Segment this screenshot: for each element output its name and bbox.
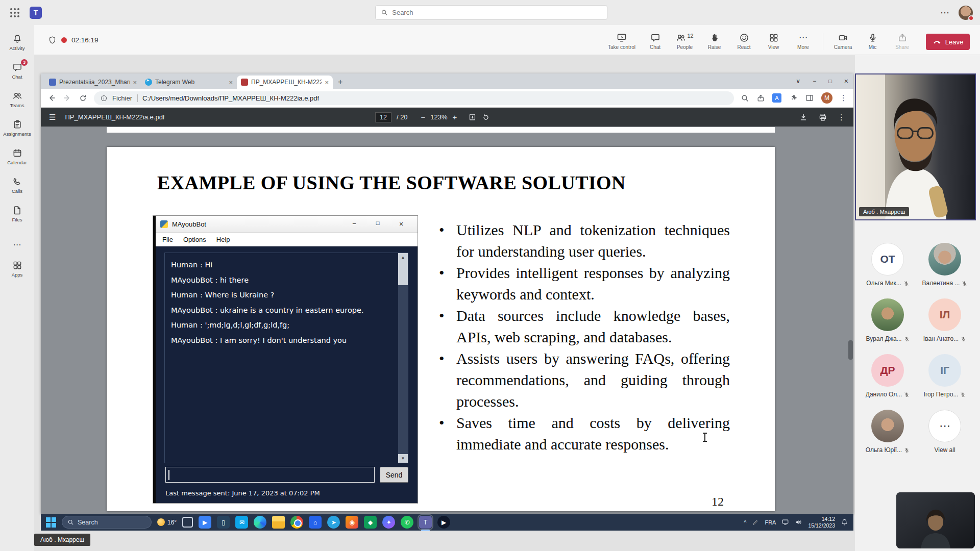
take-control-button[interactable]: Take control bbox=[604, 30, 640, 50]
movies-tv-icon[interactable]: ▶ bbox=[199, 516, 211, 529]
react-button[interactable]: React bbox=[730, 30, 758, 50]
sidebar-item-files[interactable]: Files bbox=[0, 199, 34, 228]
taskbar-search-input[interactable]: Search bbox=[62, 516, 152, 529]
sidebar-item-activity[interactable]: Activity bbox=[0, 28, 34, 57]
tray-chevron-icon[interactable]: ^ bbox=[744, 519, 746, 525]
maximize-icon[interactable]: □ bbox=[828, 78, 832, 84]
photos-icon[interactable]: ◉ bbox=[346, 516, 358, 529]
chat-message: Human : Where is Ukraine ? bbox=[171, 288, 392, 303]
participant-tile[interactable]: Валентина ... bbox=[922, 243, 968, 287]
language-indicator[interactable]: FRA bbox=[765, 519, 776, 525]
address-input[interactable]: Fichier C:/Users/med/Downloads/ПР_МХАРРЕ… bbox=[94, 91, 734, 105]
browser-menu-icon[interactable]: ⋮ bbox=[840, 93, 847, 103]
zoom-in-icon[interactable]: + bbox=[453, 113, 457, 121]
participant-tile[interactable]: ОТ Ольга Мик... bbox=[866, 243, 909, 287]
sidebar-item-calls[interactable]: Calls bbox=[0, 171, 34, 199]
more-button[interactable]: ⋯ More bbox=[789, 30, 817, 50]
zoom-search-icon[interactable] bbox=[741, 94, 749, 103]
print-icon[interactable] bbox=[818, 113, 827, 122]
sidebar-item-teams[interactable]: Teams bbox=[0, 85, 34, 114]
page-number-input[interactable]: 12 bbox=[375, 112, 391, 122]
translate-extension-icon[interactable]: A bbox=[772, 93, 781, 103]
microsoft-store-icon[interactable]: ⌂ bbox=[309, 516, 322, 529]
whatsapp-icon[interactable]: ✆ bbox=[401, 516, 413, 529]
participant-tile[interactable]: Ольга Юрії... bbox=[866, 410, 910, 454]
camera-button[interactable]: Camera bbox=[829, 30, 857, 50]
close-tab-icon[interactable]: × bbox=[133, 79, 137, 86]
edge-icon[interactable] bbox=[254, 516, 266, 529]
scroll-down-icon: ▼ bbox=[398, 454, 408, 463]
zoom-out-icon[interactable]: − bbox=[421, 113, 426, 121]
browser-tab-pdf[interactable]: ПР_МХАРРЕШ_КН-М222ia.e.pdf × bbox=[237, 76, 333, 89]
weather-widget[interactable]: 16° bbox=[157, 518, 177, 526]
camera-icon bbox=[838, 33, 848, 43]
messenger-icon[interactable]: ✦ bbox=[382, 516, 395, 529]
browser-tab-presentation[interactable]: Prezentatsiia_2023_Mharrech_A... × bbox=[45, 76, 141, 89]
close-window-icon[interactable]: × bbox=[844, 77, 848, 85]
minimize-icon[interactable]: − bbox=[813, 78, 816, 85]
browser-tab-telegram[interactable]: Telegram Web × bbox=[141, 76, 237, 89]
extensions-icon[interactable] bbox=[789, 93, 798, 103]
view-all-tile[interactable]: ⋯ View all bbox=[928, 410, 961, 454]
close-tab-icon[interactable]: × bbox=[325, 79, 329, 86]
pen-icon[interactable] bbox=[752, 519, 759, 526]
media-player-icon[interactable]: ▶ bbox=[437, 516, 450, 529]
sidebar-item-more[interactable]: ⋯ bbox=[0, 234, 34, 255]
side-panel-icon[interactable] bbox=[805, 93, 814, 103]
self-video-tile[interactable] bbox=[896, 492, 975, 548]
user-avatar[interactable] bbox=[959, 6, 973, 20]
people-button[interactable]: 12 People bbox=[671, 30, 699, 50]
participant-tile[interactable]: Вурал Джа... bbox=[866, 298, 909, 342]
pdf-menu-icon[interactable]: ⋮ bbox=[838, 113, 845, 122]
forward-icon[interactable] bbox=[63, 93, 72, 103]
leave-button[interactable]: Leave bbox=[926, 34, 970, 50]
phone-link-icon[interactable]: ▯ bbox=[217, 516, 230, 529]
hamburger-icon[interactable]: ☰ bbox=[49, 113, 56, 122]
download-icon[interactable] bbox=[799, 113, 808, 122]
participant-tile[interactable]: ДР Данило Ол... bbox=[866, 354, 910, 398]
new-tab-button[interactable]: + bbox=[338, 78, 342, 87]
fit-page-icon[interactable] bbox=[468, 113, 477, 121]
participant-tile[interactable]: ІЛ Іван Анато... bbox=[923, 298, 966, 342]
task-view-icon[interactable] bbox=[182, 517, 193, 528]
slide-title: EXAMPLE OF USING THE SOFTWARE SOLUTION bbox=[157, 171, 626, 194]
view-button[interactable]: View bbox=[760, 30, 788, 50]
telegram-icon[interactable]: ➤ bbox=[327, 516, 340, 529]
browser-profile-avatar[interactable]: M bbox=[821, 92, 832, 104]
chrome-icon[interactable] bbox=[290, 516, 303, 529]
share-button[interactable]: Share bbox=[888, 30, 916, 50]
close-tab-icon[interactable]: × bbox=[229, 79, 233, 86]
rotate-icon[interactable] bbox=[482, 113, 490, 121]
sidebar-item-chat[interactable]: 3 Chat bbox=[0, 57, 34, 85]
tab-search-icon[interactable]: ∨ bbox=[796, 78, 800, 85]
info-icon[interactable] bbox=[100, 94, 108, 102]
windows-start-icon[interactable] bbox=[46, 517, 56, 528]
search-bar[interactable] bbox=[375, 5, 607, 20]
sidebar-item-calendar[interactable]: Calendar bbox=[0, 142, 34, 171]
notification-icon[interactable] bbox=[841, 518, 848, 526]
sidebar-item-assignments[interactable]: Assignments bbox=[0, 114, 34, 142]
more-options-icon[interactable]: ⋯ bbox=[940, 7, 949, 18]
meet-icon[interactable]: ◆ bbox=[364, 516, 377, 529]
pdf-viewport[interactable]: EXAMPLE OF USING THE SOFTWARE SOLUTION M… bbox=[41, 127, 853, 514]
mail-icon[interactable]: ✉ bbox=[235, 516, 248, 529]
mic-button[interactable]: Mic bbox=[859, 30, 887, 50]
app-launcher-icon[interactable] bbox=[7, 5, 22, 20]
react-icon bbox=[739, 33, 749, 43]
back-icon[interactable] bbox=[47, 93, 56, 103]
search-input[interactable] bbox=[392, 9, 602, 16]
chat-button[interactable]: Chat bbox=[641, 30, 669, 50]
teams-taskbar-icon[interactable]: T bbox=[419, 516, 432, 529]
sidebar-item-apps[interactable]: Apps bbox=[0, 255, 34, 283]
raise-hand-button[interactable]: Raise bbox=[700, 30, 728, 50]
file-explorer-icon[interactable] bbox=[272, 516, 285, 529]
taskbar-clock[interactable]: 14:12 15/12/2023 bbox=[808, 516, 835, 529]
speaker-icon[interactable] bbox=[795, 518, 802, 526]
pdf-scrollbar-thumb[interactable] bbox=[848, 340, 853, 360]
monitor-tray-icon[interactable] bbox=[781, 518, 789, 526]
presenter-video-tile[interactable]: Аюб . Мхарреш bbox=[855, 73, 976, 220]
presenter-name-label: Аюб . Мхарреш bbox=[859, 207, 909, 216]
share-page-icon[interactable] bbox=[756, 94, 765, 103]
refresh-icon[interactable] bbox=[79, 94, 87, 103]
participant-tile[interactable]: ІГ Ігор Петро... bbox=[924, 354, 966, 398]
